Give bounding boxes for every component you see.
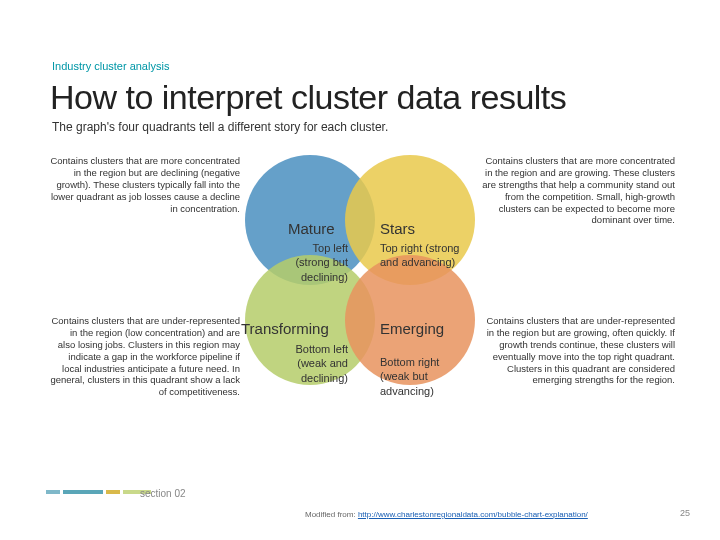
eyebrow-text: Industry cluster analysis — [52, 60, 169, 72]
page-title: How to interpret cluster data results — [50, 78, 566, 117]
desc-mature: Contains clusters that are more concentr… — [50, 155, 240, 214]
desc-emerging: Contains clusters that are under-represe… — [480, 315, 675, 386]
page-subtitle: The graph's four quadrants tell a differ… — [52, 120, 388, 134]
label-stars: Stars — [380, 220, 415, 237]
label-mature: Mature — [288, 220, 335, 237]
footer-link[interactable]: http://www.charlestonregionaldata.com/bu… — [358, 510, 588, 519]
label-emerging: Emerging — [380, 320, 444, 337]
sublabel-emerging: Bottom right (weak but advancing) — [380, 355, 470, 398]
page-number: 25 — [680, 508, 690, 518]
divider-ticks — [46, 480, 676, 485]
sublabel-stars: Top right (strong and advancing) — [380, 241, 460, 270]
desc-transforming: Contains clusters that are under-represe… — [50, 315, 240, 398]
sublabel-transforming: Bottom left (weak and declining) — [275, 342, 348, 385]
section-label: section 02 — [140, 488, 186, 499]
label-transforming: Transforming — [241, 320, 329, 337]
sublabel-mature: Top left (strong but declining) — [288, 241, 348, 284]
footer-prefix: Modified from: — [305, 510, 358, 519]
footer-attribution: Modified from: http://www.charlestonregi… — [305, 510, 588, 519]
quadrant-diagram: Mature Top left (strong but declining) C… — [50, 145, 670, 475]
desc-stars: Contains clusters that are more concentr… — [480, 155, 675, 226]
